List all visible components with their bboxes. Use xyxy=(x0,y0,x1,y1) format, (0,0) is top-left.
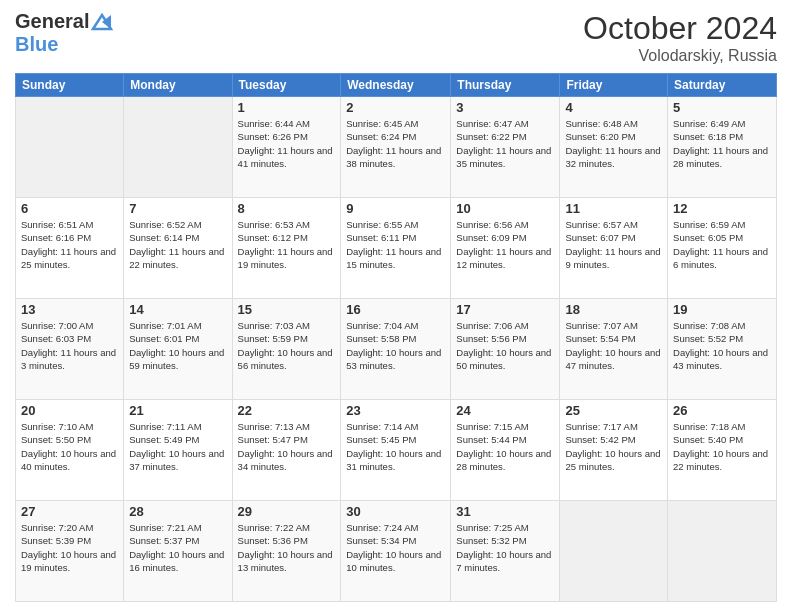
day-info: Sunrise: 6:55 AMSunset: 6:11 PMDaylight:… xyxy=(346,218,445,271)
column-header-sunday: Sunday xyxy=(16,74,124,97)
day-cell xyxy=(16,97,124,198)
day-number: 28 xyxy=(129,504,226,519)
day-number: 25 xyxy=(565,403,662,418)
day-cell: 17Sunrise: 7:06 AMSunset: 5:56 PMDayligh… xyxy=(451,299,560,400)
day-cell: 15Sunrise: 7:03 AMSunset: 5:59 PMDayligh… xyxy=(232,299,341,400)
day-number: 16 xyxy=(346,302,445,317)
day-cell: 25Sunrise: 7:17 AMSunset: 5:42 PMDayligh… xyxy=(560,400,668,501)
day-cell xyxy=(124,97,232,198)
day-cell: 31Sunrise: 7:25 AMSunset: 5:32 PMDayligh… xyxy=(451,501,560,602)
day-cell: 2Sunrise: 6:45 AMSunset: 6:24 PMDaylight… xyxy=(341,97,451,198)
month-title: October 2024 xyxy=(583,10,777,47)
day-number: 12 xyxy=(673,201,771,216)
day-cell: 26Sunrise: 7:18 AMSunset: 5:40 PMDayligh… xyxy=(668,400,777,501)
day-number: 26 xyxy=(673,403,771,418)
day-cell: 9Sunrise: 6:55 AMSunset: 6:11 PMDaylight… xyxy=(341,198,451,299)
day-number: 11 xyxy=(565,201,662,216)
day-cell: 19Sunrise: 7:08 AMSunset: 5:52 PMDayligh… xyxy=(668,299,777,400)
day-cell: 22Sunrise: 7:13 AMSunset: 5:47 PMDayligh… xyxy=(232,400,341,501)
day-info: Sunrise: 7:20 AMSunset: 5:39 PMDaylight:… xyxy=(21,521,118,574)
day-number: 19 xyxy=(673,302,771,317)
page-container: General Blue October 2024 Volodarskiy, R… xyxy=(0,0,792,612)
day-info: Sunrise: 6:49 AMSunset: 6:18 PMDaylight:… xyxy=(673,117,771,170)
day-info: Sunrise: 6:52 AMSunset: 6:14 PMDaylight:… xyxy=(129,218,226,271)
calendar-table: SundayMondayTuesdayWednesdayThursdayFrid… xyxy=(15,73,777,602)
day-cell: 14Sunrise: 7:01 AMSunset: 6:01 PMDayligh… xyxy=(124,299,232,400)
day-number: 3 xyxy=(456,100,554,115)
day-number: 8 xyxy=(238,201,336,216)
day-cell: 16Sunrise: 7:04 AMSunset: 5:58 PMDayligh… xyxy=(341,299,451,400)
calendar-header: SundayMondayTuesdayWednesdayThursdayFrid… xyxy=(16,74,777,97)
day-number: 6 xyxy=(21,201,118,216)
day-number: 5 xyxy=(673,100,771,115)
day-number: 29 xyxy=(238,504,336,519)
day-info: Sunrise: 6:44 AMSunset: 6:26 PMDaylight:… xyxy=(238,117,336,170)
day-number: 4 xyxy=(565,100,662,115)
day-info: Sunrise: 7:18 AMSunset: 5:40 PMDaylight:… xyxy=(673,420,771,473)
day-info: Sunrise: 6:45 AMSunset: 6:24 PMDaylight:… xyxy=(346,117,445,170)
day-info: Sunrise: 6:57 AMSunset: 6:07 PMDaylight:… xyxy=(565,218,662,271)
day-number: 14 xyxy=(129,302,226,317)
day-number: 23 xyxy=(346,403,445,418)
day-info: Sunrise: 6:53 AMSunset: 6:12 PMDaylight:… xyxy=(238,218,336,271)
day-info: Sunrise: 6:48 AMSunset: 6:20 PMDaylight:… xyxy=(565,117,662,170)
logo: General Blue xyxy=(15,10,113,56)
logo-icon xyxy=(91,13,113,31)
day-number: 31 xyxy=(456,504,554,519)
day-info: Sunrise: 7:14 AMSunset: 5:45 PMDaylight:… xyxy=(346,420,445,473)
day-cell: 24Sunrise: 7:15 AMSunset: 5:44 PMDayligh… xyxy=(451,400,560,501)
week-row-4: 20Sunrise: 7:10 AMSunset: 5:50 PMDayligh… xyxy=(16,400,777,501)
day-cell: 6Sunrise: 6:51 AMSunset: 6:16 PMDaylight… xyxy=(16,198,124,299)
title-block: October 2024 Volodarskiy, Russia xyxy=(583,10,777,65)
day-number: 27 xyxy=(21,504,118,519)
column-header-friday: Friday xyxy=(560,74,668,97)
day-cell: 11Sunrise: 6:57 AMSunset: 6:07 PMDayligh… xyxy=(560,198,668,299)
header-row: SundayMondayTuesdayWednesdayThursdayFrid… xyxy=(16,74,777,97)
day-number: 15 xyxy=(238,302,336,317)
day-number: 22 xyxy=(238,403,336,418)
column-header-wednesday: Wednesday xyxy=(341,74,451,97)
day-cell: 12Sunrise: 6:59 AMSunset: 6:05 PMDayligh… xyxy=(668,198,777,299)
day-info: Sunrise: 7:17 AMSunset: 5:42 PMDaylight:… xyxy=(565,420,662,473)
day-cell: 1Sunrise: 6:44 AMSunset: 6:26 PMDaylight… xyxy=(232,97,341,198)
column-header-saturday: Saturday xyxy=(668,74,777,97)
day-cell: 5Sunrise: 6:49 AMSunset: 6:18 PMDaylight… xyxy=(668,97,777,198)
location-subtitle: Volodarskiy, Russia xyxy=(583,47,777,65)
day-number: 20 xyxy=(21,403,118,418)
day-number: 10 xyxy=(456,201,554,216)
day-info: Sunrise: 7:06 AMSunset: 5:56 PMDaylight:… xyxy=(456,319,554,372)
day-cell: 28Sunrise: 7:21 AMSunset: 5:37 PMDayligh… xyxy=(124,501,232,602)
day-cell: 21Sunrise: 7:11 AMSunset: 5:49 PMDayligh… xyxy=(124,400,232,501)
day-cell: 4Sunrise: 6:48 AMSunset: 6:20 PMDaylight… xyxy=(560,97,668,198)
day-info: Sunrise: 7:24 AMSunset: 5:34 PMDaylight:… xyxy=(346,521,445,574)
day-number: 18 xyxy=(565,302,662,317)
calendar-body: 1Sunrise: 6:44 AMSunset: 6:26 PMDaylight… xyxy=(16,97,777,602)
day-cell: 8Sunrise: 6:53 AMSunset: 6:12 PMDaylight… xyxy=(232,198,341,299)
day-cell: 10Sunrise: 6:56 AMSunset: 6:09 PMDayligh… xyxy=(451,198,560,299)
day-info: Sunrise: 7:22 AMSunset: 5:36 PMDaylight:… xyxy=(238,521,336,574)
day-number: 30 xyxy=(346,504,445,519)
column-header-monday: Monday xyxy=(124,74,232,97)
day-info: Sunrise: 7:10 AMSunset: 5:50 PMDaylight:… xyxy=(21,420,118,473)
day-info: Sunrise: 7:15 AMSunset: 5:44 PMDaylight:… xyxy=(456,420,554,473)
logo-blue-text: Blue xyxy=(15,33,58,56)
day-cell xyxy=(560,501,668,602)
day-cell xyxy=(668,501,777,602)
day-info: Sunrise: 7:01 AMSunset: 6:01 PMDaylight:… xyxy=(129,319,226,372)
day-info: Sunrise: 6:51 AMSunset: 6:16 PMDaylight:… xyxy=(21,218,118,271)
day-info: Sunrise: 7:08 AMSunset: 5:52 PMDaylight:… xyxy=(673,319,771,372)
day-number: 21 xyxy=(129,403,226,418)
day-number: 1 xyxy=(238,100,336,115)
week-row-1: 1Sunrise: 6:44 AMSunset: 6:26 PMDaylight… xyxy=(16,97,777,198)
day-number: 7 xyxy=(129,201,226,216)
day-cell: 29Sunrise: 7:22 AMSunset: 5:36 PMDayligh… xyxy=(232,501,341,602)
day-info: Sunrise: 7:00 AMSunset: 6:03 PMDaylight:… xyxy=(21,319,118,372)
day-info: Sunrise: 7:07 AMSunset: 5:54 PMDaylight:… xyxy=(565,319,662,372)
day-info: Sunrise: 7:04 AMSunset: 5:58 PMDaylight:… xyxy=(346,319,445,372)
column-header-tuesday: Tuesday xyxy=(232,74,341,97)
day-info: Sunrise: 6:56 AMSunset: 6:09 PMDaylight:… xyxy=(456,218,554,271)
week-row-5: 27Sunrise: 7:20 AMSunset: 5:39 PMDayligh… xyxy=(16,501,777,602)
week-row-3: 13Sunrise: 7:00 AMSunset: 6:03 PMDayligh… xyxy=(16,299,777,400)
week-row-2: 6Sunrise: 6:51 AMSunset: 6:16 PMDaylight… xyxy=(16,198,777,299)
day-number: 2 xyxy=(346,100,445,115)
